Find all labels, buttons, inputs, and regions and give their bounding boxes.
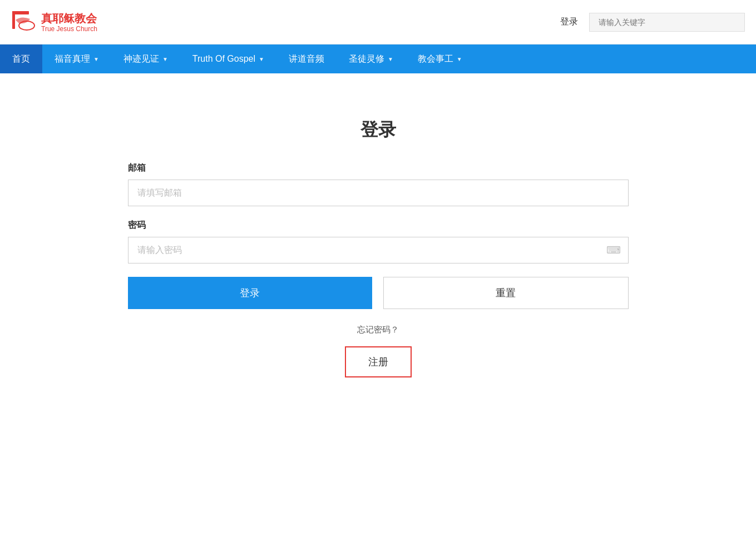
- register-button[interactable]: 注册: [345, 346, 412, 377]
- header-login-link[interactable]: 登录: [560, 16, 578, 28]
- forgot-password-link[interactable]: 忘记密码？: [128, 325, 629, 335]
- email-form-group: 邮箱: [128, 162, 629, 206]
- nav-label-devotion: 圣徒灵修: [349, 53, 384, 65]
- nav-label-truth-of-gospel: Truth Of Gospel: [192, 54, 255, 64]
- nav-item-home[interactable]: 首页: [0, 44, 42, 73]
- chevron-down-icon: ▼: [457, 56, 462, 62]
- password-wrapper: ⌨: [128, 237, 629, 263]
- logo-english: True Jesus Church: [41, 25, 97, 33]
- chevron-down-icon: ▼: [388, 56, 393, 62]
- form-title: 登录: [128, 118, 629, 142]
- password-form-group: 密码 ⌨: [128, 220, 629, 263]
- nav-label-church-ministry: 教会事工: [418, 53, 453, 65]
- button-row: 登录 重置: [128, 277, 629, 309]
- login-button[interactable]: 登录: [128, 277, 372, 309]
- chevron-down-icon: ▼: [259, 56, 264, 62]
- svg-rect-1: [12, 11, 29, 14]
- nav-item-sermons[interactable]: 讲道音频: [276, 44, 337, 73]
- navigation: 首页 福音真理 ▼ 神迹见证 ▼ Truth Of Gospel ▼ 讲道音频 …: [0, 44, 756, 73]
- logo-chinese: 真耶稣教会: [41, 12, 97, 25]
- register-btn-wrapper: 注册: [128, 346, 629, 377]
- chevron-down-icon: ▼: [162, 56, 168, 62]
- logo-text-area: 真耶稣教会 True Jesus Church: [41, 12, 97, 33]
- password-input[interactable]: [128, 237, 629, 263]
- logo-area[interactable]: 真耶稣教会 True Jesus Church: [11, 9, 97, 36]
- nav-item-devotion[interactable]: 圣徒灵修 ▼: [337, 44, 406, 73]
- header-right: 登录: [560, 13, 745, 32]
- nav-item-miracles[interactable]: 神迹见证 ▼: [111, 44, 180, 73]
- nav-item-gospel-truth[interactable]: 福音真理 ▼: [42, 44, 111, 73]
- reset-button[interactable]: 重置: [383, 277, 629, 309]
- nav-item-church-ministry[interactable]: 教会事工 ▼: [406, 44, 475, 73]
- email-input[interactable]: [128, 180, 629, 206]
- nav-item-truth-of-gospel[interactable]: Truth Of Gospel ▼: [180, 44, 276, 73]
- nav-label-miracles: 神迹见证: [123, 53, 159, 65]
- password-label: 密码: [128, 220, 629, 231]
- nav-label-home: 首页: [12, 53, 30, 65]
- search-input[interactable]: [589, 13, 745, 32]
- chevron-down-icon: ▼: [93, 56, 99, 62]
- keyboard-icon[interactable]: ⌨: [606, 244, 621, 256]
- header: 真耶稣教会 True Jesus Church 登录: [0, 0, 756, 44]
- nav-label-gospel-truth: 福音真理: [55, 53, 90, 65]
- login-form-container: 登录 邮箱 密码 ⌨ 登录 重置 忘记密码？ 注册: [128, 118, 629, 377]
- logo-icon: [11, 9, 38, 36]
- nav-label-sermons: 讲道音频: [289, 53, 324, 65]
- email-label: 邮箱: [128, 162, 629, 174]
- main-content: 登录 邮箱 密码 ⌨ 登录 重置 忘记密码？ 注册: [0, 73, 756, 400]
